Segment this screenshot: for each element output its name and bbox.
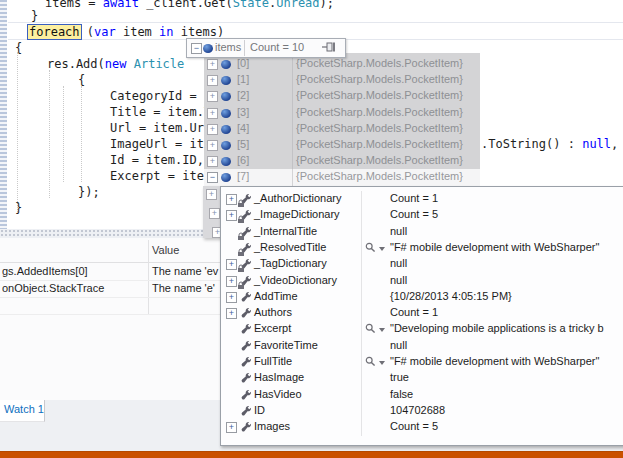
- expand-expander-icon[interactable]: +: [226, 422, 237, 433]
- code-line: }: [31, 8, 38, 24]
- code-line: CategoryId = (i: [110, 88, 218, 104]
- property-row[interactable]: HasVideofalse: [221, 387, 623, 403]
- dropdown-arrow-icon[interactable]: [379, 361, 385, 365]
- expand-expander-icon[interactable]: +: [209, 208, 220, 219]
- magnifier-icon[interactable]: [365, 323, 385, 336]
- expand-expander-icon[interactable]: +: [226, 276, 237, 287]
- indent-guide: [63, 86, 64, 182]
- code-token: Id = item.ID,: [110, 153, 204, 167]
- property-name: _InternalTitle: [254, 225, 317, 237]
- datatip-item-row[interactable]: +[3]{PocketSharp.Models.PocketItem}: [204, 105, 480, 121]
- datatip-item-row[interactable]: +[2]{PocketSharp.Models.PocketItem}: [204, 88, 480, 104]
- datatip-item-row[interactable]: +[0]{PocketSharp.Models.PocketItem}: [204, 56, 480, 72]
- item-index-label: [4]: [237, 122, 249, 134]
- object-icon: [221, 109, 231, 118]
- code-token: ,: [611, 137, 618, 151]
- property-value: false: [390, 388, 413, 400]
- property-name: ID: [254, 404, 265, 416]
- property-value: "F# mobile development with WebSharper": [390, 241, 599, 253]
- expand-expander-icon[interactable]: +: [226, 194, 237, 205]
- datatip-header[interactable]: − items Count = 10: [186, 38, 346, 58]
- item-value: {PocketSharp.Models.PocketItem}: [296, 122, 463, 134]
- property-row[interactable]: _InternalTitlenull: [221, 224, 623, 240]
- property-name: Authors: [254, 306, 292, 318]
- vs-debug-screen: { "colors": { "keyword": "#0000ff", "typ…: [0, 0, 623, 458]
- property-row[interactable]: ID104702688: [221, 403, 623, 419]
- expand-expander-icon[interactable]: +: [207, 124, 218, 135]
- code-token: {: [78, 73, 85, 87]
- property-row[interactable]: +_TagDictionarynull: [221, 256, 623, 272]
- expand-expander-icon[interactable]: +: [226, 292, 237, 303]
- collapse-expander-icon[interactable]: −: [207, 172, 218, 183]
- watch-expression: gs.AddedItems[0]: [2, 265, 88, 277]
- tab-watch-1[interactable]: Watch 1: [0, 400, 45, 422]
- code-token: in: [159, 25, 173, 39]
- datatip-item-row[interactable]: +[1]{PocketSharp.Models.PocketItem}: [204, 72, 480, 88]
- property-row[interactable]: FavoriteTimenull: [221, 338, 623, 354]
- watch-value: The name 'ev: [152, 265, 218, 277]
- code-token: Url = item.Uri.: [110, 121, 218, 135]
- debug-current-statement: foreach: [27, 24, 82, 40]
- property-row[interactable]: Excerpt"Developing mobile applications i…: [221, 321, 623, 337]
- datatip-expanded-row-7[interactable]: − [7] {PocketSharp.Models.PocketItem}: [204, 169, 480, 187]
- property-value: Count = 5: [390, 208, 438, 220]
- property-row[interactable]: +ImagesCount = 5: [221, 419, 623, 435]
- code-line: {: [15, 40, 22, 56]
- code-token: Unread: [276, 0, 319, 10]
- property-wrench-icon: [240, 372, 252, 384]
- watch-tab-label: Watch 1: [4, 403, 44, 415]
- property-wrench-icon: [240, 258, 252, 270]
- item-value: {PocketSharp.Models.PocketItem}: [296, 138, 463, 150]
- item-value: {PocketSharp.Models.PocketItem}: [296, 73, 463, 85]
- code-token: );: [320, 0, 334, 10]
- code-line: });: [78, 184, 100, 200]
- expand-expander-icon[interactable]: +: [207, 108, 218, 119]
- magnifier-icon[interactable]: [365, 356, 385, 369]
- datatip-item-row[interactable]: +[6]{PocketSharp.Models.PocketItem}: [204, 153, 480, 169]
- property-wrench-icon: [240, 340, 252, 352]
- expand-expander-icon[interactable]: +: [206, 189, 217, 200]
- object-icon: [221, 125, 231, 134]
- property-row[interactable]: HasImagetrue: [221, 370, 623, 386]
- property-wrench-icon: [240, 389, 252, 401]
- datatip-item-row[interactable]: +[4]{PocketSharp.Models.PocketItem}: [204, 121, 480, 137]
- expand-expander-icon[interactable]: +: [207, 140, 218, 151]
- datatip-variable-name: items: [215, 41, 241, 53]
- dropdown-arrow-icon[interactable]: [379, 247, 385, 251]
- item-value: {PocketSharp.Models.PocketItem}: [296, 170, 463, 182]
- expand-expander-icon[interactable]: +: [226, 308, 237, 319]
- watch-value: The name 'e': [152, 282, 218, 294]
- code-token: ImageUrl = item: [110, 137, 218, 151]
- code-token: .ToString() :: [481, 137, 582, 151]
- expand-expander-icon[interactable]: +: [226, 259, 237, 270]
- dropdown-arrow-icon[interactable]: [379, 328, 385, 332]
- code-line: res.Add(new Article: [47, 56, 184, 72]
- property-value: null: [390, 225, 407, 237]
- object-icon: [203, 44, 213, 53]
- expand-expander-icon[interactable]: +: [207, 59, 218, 70]
- code-line: Url = item.Uri.: [110, 120, 218, 136]
- debug-status-bar: [0, 451, 623, 458]
- pin-icon[interactable]: [321, 41, 336, 55]
- property-row[interactable]: +AuthorsCount = 1: [221, 305, 623, 321]
- property-row[interactable]: +_AuthorDictionaryCount = 1: [221, 191, 623, 207]
- item-index-label: [3]: [237, 106, 249, 118]
- code-token: items =: [45, 0, 103, 10]
- datatip-item-row[interactable]: +[5]{PocketSharp.Models.PocketItem}: [204, 137, 480, 153]
- property-row[interactable]: +_VideoDictionarynull: [221, 273, 623, 289]
- property-row[interactable]: +_ImageDictionaryCount = 5: [221, 207, 623, 223]
- property-row[interactable]: +AddTime{10/28/2013 4:05:15 PM}: [221, 289, 623, 305]
- code-token: }: [31, 9, 38, 23]
- expand-expander-icon[interactable]: +: [226, 210, 237, 221]
- code-line: Excerpt = item.: [110, 168, 218, 184]
- property-row[interactable]: _ResolvedTitle"F# mobile development wit…: [221, 240, 623, 256]
- property-name: _VideoDictionary: [254, 274, 337, 286]
- property-row[interactable]: FullTitle"F# mobile development with Web…: [221, 354, 623, 370]
- expand-expander-icon[interactable]: +: [207, 156, 218, 167]
- property-value: "F# mobile development with WebSharper": [390, 355, 599, 367]
- expand-expander-icon[interactable]: +: [207, 75, 218, 86]
- expand-expander-icon[interactable]: +: [207, 91, 218, 102]
- item-index-label: [2]: [237, 89, 249, 101]
- magnifier-icon[interactable]: [365, 242, 385, 255]
- collapse-expander-icon[interactable]: −: [191, 43, 202, 54]
